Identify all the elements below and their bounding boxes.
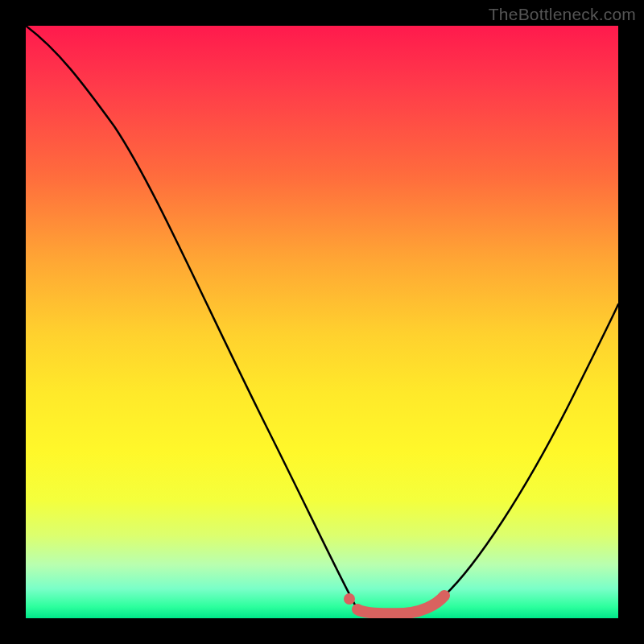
chart-svg: [26, 26, 618, 618]
chart-frame: TheBottleneck.com: [0, 0, 644, 644]
watermark-text: TheBottleneck.com: [489, 5, 636, 24]
main-curve: [26, 26, 618, 613]
highlight-dot-icon: [344, 593, 355, 605]
chart-plot-area: [26, 26, 618, 618]
highlight-segment: [357, 596, 444, 613]
